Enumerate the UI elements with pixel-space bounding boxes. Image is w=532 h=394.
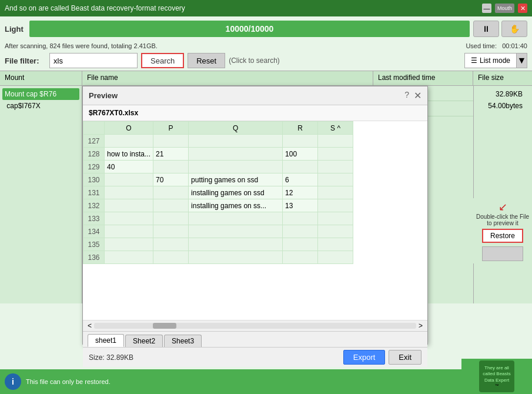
preview-filename: $R767XT0.xlsx bbox=[83, 105, 427, 121]
row-135-S bbox=[318, 238, 353, 251]
sheet-tab-1[interactable]: sheet1 bbox=[88, 334, 124, 347]
row-129-num: 129 bbox=[83, 161, 105, 173]
row-131-O bbox=[105, 186, 153, 199]
list-mode-dropdown[interactable]: ▼ bbox=[517, 53, 527, 68]
beast-text: They are allcalled BeastsData Expert bbox=[483, 365, 511, 383]
right-info-panel: 32.89KB 54.00bytes ↙ Double-click the Fi… bbox=[473, 86, 532, 303]
col-modified: Last modified time bbox=[373, 71, 473, 85]
row-135-O bbox=[105, 238, 153, 251]
table-row: 133 bbox=[83, 212, 353, 225]
secondary-restore-button[interactable] bbox=[482, 246, 523, 261]
row-129-O: 40 bbox=[105, 161, 153, 173]
preview-close-button[interactable]: ✕ bbox=[414, 90, 421, 101]
arrow-hint: ↙ bbox=[476, 201, 530, 213]
beast-mascot-area: They are allcalled BeastsData Expert ™ bbox=[461, 359, 532, 394]
row-134-num: 134 bbox=[83, 225, 105, 238]
app-title: And so on are called Beast data recovery… bbox=[5, 4, 185, 12]
reset-button[interactable]: Reset bbox=[188, 53, 225, 68]
row-128-R: 100 bbox=[283, 148, 318, 161]
row-134-Q bbox=[189, 225, 283, 238]
preview-footer: Size: 32.89KB Export Exit bbox=[83, 347, 427, 367]
scan-status-text: After scanning, 824 files were found, to… bbox=[5, 42, 158, 49]
h-scrollbar[interactable]: < > bbox=[83, 320, 427, 331]
bottom-left-text: This file can only be restored. bbox=[26, 378, 111, 385]
row-130-Q: putting games on ssd bbox=[189, 173, 283, 186]
row-130-P: 70 bbox=[153, 173, 189, 186]
row-133-num: 133 bbox=[83, 212, 105, 225]
beast-box: They are allcalled BeastsData Expert ™ bbox=[479, 360, 514, 392]
row-132-num: 132 bbox=[83, 199, 105, 212]
row-127-S bbox=[318, 135, 353, 148]
sheet-tab-2[interactable]: Sheet2 bbox=[125, 335, 163, 347]
h-scrollbar-thumb[interactable] bbox=[153, 323, 176, 329]
mouth-button[interactable]: Mouth bbox=[495, 4, 514, 13]
size-value-2: 54.00bytes bbox=[483, 100, 527, 112]
col-header-R: R bbox=[283, 122, 318, 135]
preview-header-icons: ? ✕ bbox=[404, 90, 421, 101]
top-bar: Light 10000/10000 ⏸ ✋ bbox=[0, 16, 532, 41]
row-129-P bbox=[153, 161, 189, 173]
row-136-S bbox=[318, 251, 353, 264]
row-131-P bbox=[153, 186, 189, 199]
col-header-P: P bbox=[153, 122, 189, 135]
row-132-P bbox=[153, 199, 189, 212]
row-131-S bbox=[318, 186, 353, 199]
row-134-R bbox=[283, 225, 318, 238]
spreadsheet-table: O P Q R S ^ 127 bbox=[83, 121, 353, 264]
scroll-right-arrow[interactable]: > bbox=[419, 322, 423, 330]
row-130-num: 130 bbox=[83, 173, 105, 186]
row-130-S bbox=[318, 173, 353, 186]
click-hint: (Click to search) bbox=[229, 56, 280, 65]
row-132-R: 13 bbox=[283, 199, 318, 212]
row-127-Q bbox=[189, 135, 283, 148]
pause-button[interactable]: ⏸ bbox=[473, 21, 499, 37]
row-128-O: how to insta... bbox=[105, 148, 153, 161]
row-130-O bbox=[105, 173, 153, 186]
table-row: 132 installing games on ss... 13 bbox=[83, 199, 353, 212]
filter-label: File filter: bbox=[5, 56, 46, 65]
folder-item-cap[interactable]: cap$I767X bbox=[2, 100, 79, 112]
restore-button[interactable]: Restore bbox=[482, 229, 523, 243]
used-time-value: 00:01:40 bbox=[502, 42, 527, 49]
row-136-P bbox=[153, 251, 189, 264]
h-scrollbar-track[interactable] bbox=[94, 323, 416, 329]
table-header: Mount File name Last modified time File … bbox=[0, 71, 532, 86]
row-129-R bbox=[283, 161, 318, 173]
row-136-R bbox=[283, 251, 318, 264]
row-134-O bbox=[105, 225, 153, 238]
col-header-Q: Q bbox=[189, 122, 283, 135]
minimize-button[interactable]: — bbox=[482, 4, 491, 13]
stop-button[interactable]: ✋ bbox=[501, 21, 527, 37]
row-128-S bbox=[318, 148, 353, 161]
table-row: 130 70 putting games on ssd 6 bbox=[83, 173, 353, 186]
row-135-Q bbox=[189, 238, 283, 251]
window-controls: — Mouth ✕ bbox=[482, 4, 527, 13]
export-button[interactable]: Export bbox=[343, 350, 386, 365]
list-mode-button[interactable]: ☰ List mode bbox=[464, 53, 517, 68]
close-button[interactable]: ✕ bbox=[518, 4, 527, 13]
search-button[interactable]: Search bbox=[141, 53, 184, 68]
table-row: 135 bbox=[83, 238, 353, 251]
preview-size-label: Size: 32.89KB bbox=[89, 353, 133, 362]
row-133-S bbox=[318, 212, 353, 225]
exit-button[interactable]: Exit bbox=[389, 350, 421, 365]
filter-input[interactable] bbox=[49, 53, 138, 68]
col-header-S: S ^ bbox=[318, 122, 353, 135]
row-133-P bbox=[153, 212, 189, 225]
col-filesize: File size bbox=[473, 71, 532, 85]
preview-dialog: Preview ? ✕ $R767XT0.xlsx O P Q bbox=[82, 86, 428, 345]
row-134-P bbox=[153, 225, 189, 238]
sheet-tabs: sheet1 Sheet2 Sheet3 bbox=[83, 331, 427, 347]
row-135-R bbox=[283, 238, 318, 251]
question-icon[interactable]: ? bbox=[404, 90, 409, 101]
scroll-left-arrow[interactable]: < bbox=[88, 322, 92, 330]
folder-item-mount-cap[interactable]: Mount cap $R76 bbox=[2, 88, 79, 100]
status-bar: After scanning, 824 files were found, to… bbox=[0, 41, 532, 51]
spreadsheet-area[interactable]: O P Q R S ^ 127 bbox=[83, 121, 427, 320]
sheet-tab-3[interactable]: Sheet3 bbox=[164, 335, 202, 347]
used-time-label: Used time: bbox=[466, 42, 497, 49]
file-list-area: Mount cap $R76 cap$I767X 32.89KB 54.00by… bbox=[0, 86, 532, 303]
row-127-R bbox=[283, 135, 318, 148]
progress-bar: 10000/10000 bbox=[29, 21, 470, 37]
row-136-num: 136 bbox=[83, 251, 105, 264]
